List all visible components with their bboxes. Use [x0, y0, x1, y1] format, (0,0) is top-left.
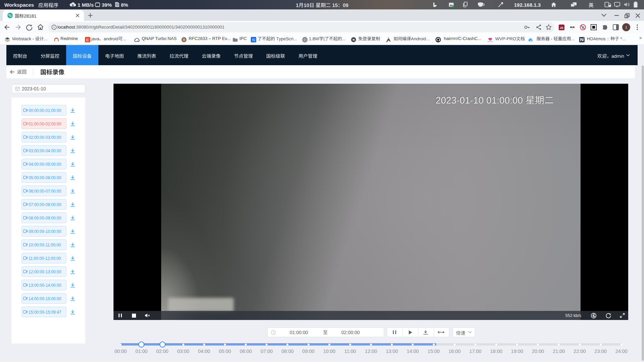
svg-text:WVP-PRO: WVP-PRO [488, 41, 493, 42]
svg-text:C: C [86, 38, 89, 42]
svg-text:JS: JS [560, 26, 563, 30]
svg-text:I: I [626, 25, 627, 30]
